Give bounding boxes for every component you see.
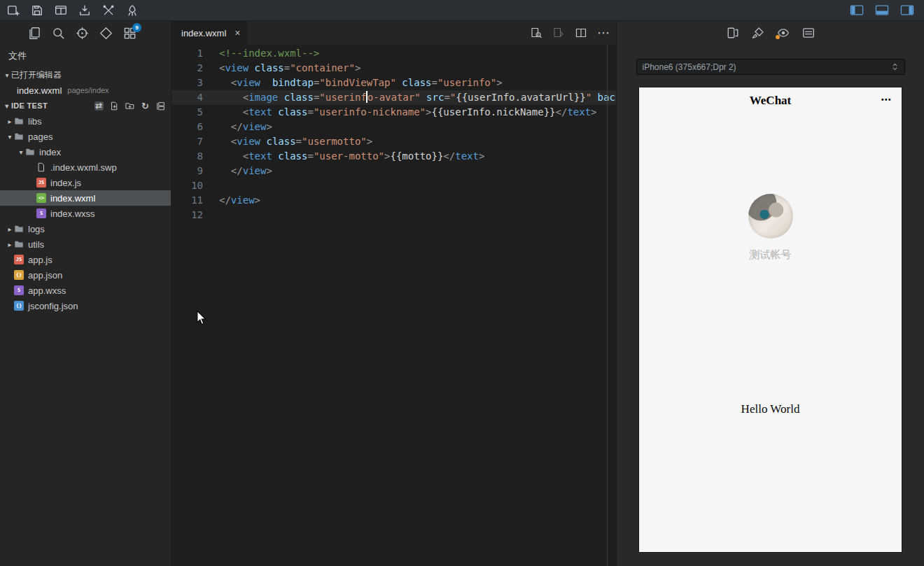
tree-item-index-wxml-swp[interactable]: .index.wxml.swp	[0, 160, 171, 175]
open-preview-icon[interactable]	[531, 27, 542, 38]
toggle-simulator-icon[interactable]	[900, 5, 914, 15]
tree-item-utils[interactable]: ▸utils	[0, 236, 171, 252]
code-text: <text class="user-motto">{{motto}}</text…	[203, 149, 484, 164]
extensions-icon[interactable]: 9	[123, 27, 136, 40]
folder-icon	[25, 147, 35, 157]
user-motto: Hello World	[639, 402, 902, 416]
code-lines: 1<!--index.wxml-->2<view class="containe…	[172, 46, 616, 222]
explorer-actions: ⇄↻	[94, 101, 165, 111]
tree-item-label: app.wxss	[28, 285, 66, 296]
toggle-panel-icon[interactable]	[875, 5, 889, 15]
sync-icon[interactable]: ⇄	[94, 101, 104, 111]
new-project-icon[interactable]	[7, 4, 20, 17]
tree-item-label: index.wxml	[50, 193, 95, 204]
line-number: 12	[172, 208, 203, 222]
file-tree: ▸libs▾pages▾index.index.wxml.swpJSindex.…	[0, 113, 171, 313]
file-icon-js: JS	[14, 255, 24, 264]
line-number: 4	[172, 90, 203, 105]
device-selector[interactable]: iPhone6 (375x667;Dpr 2)	[636, 59, 905, 75]
code-text: <image class="userinfo-avatar" src="{{us…	[203, 90, 616, 105]
line-number: 10	[172, 178, 203, 193]
code-text: </view>	[203, 193, 260, 208]
code-line[interactable]: 1<!--index.wxml-->	[172, 46, 616, 61]
chevron-right-icon: ▸	[6, 118, 14, 125]
chevron-right-icon: ▸	[6, 241, 14, 248]
user-avatar[interactable]	[748, 194, 793, 239]
code-line[interactable]: 9 </view>	[172, 164, 616, 178]
code-line[interactable]: 11</view>	[172, 193, 616, 208]
code-line[interactable]: 8 <text class="user-motto">{{motto}}</te…	[172, 149, 616, 164]
line-number: 8	[172, 149, 203, 164]
toolbar-left-icons	[0, 4, 139, 17]
split-editor-icon[interactable]	[575, 27, 587, 38]
tree-item-libs[interactable]: ▸libs	[0, 113, 171, 129]
select-arrows-icon	[891, 62, 899, 71]
collapse-all-icon[interactable]	[156, 101, 165, 111]
line-number: 6	[172, 120, 203, 134]
tree-item-pages[interactable]: ▾pages	[0, 129, 171, 144]
editor-scrollbar[interactable]	[607, 45, 616, 566]
refresh-icon[interactable]: ↻	[141, 101, 150, 111]
clear-icon[interactable]	[752, 27, 764, 39]
code-text: <view class="container">	[203, 61, 360, 76]
tree-item-app-wxss[interactable]: Sapp.wxss	[0, 283, 171, 298]
tab-index-wxml[interactable]: index.wxml ×	[172, 21, 247, 45]
tree-item-index-wxml[interactable]: <>index.wxml	[0, 190, 171, 206]
more-icon[interactable]: ⋯	[598, 27, 609, 38]
inspect-icon[interactable]	[777, 27, 790, 39]
tree-item-index-wxss[interactable]: Sindex.wxss	[0, 206, 171, 221]
code-line[interactable]: 7 <view class="usermotto">	[172, 134, 616, 149]
pages-icon[interactable]	[28, 27, 41, 40]
open-editor-item[interactable]: index.wxml pages/index	[0, 83, 171, 98]
file-icon-swp	[36, 162, 46, 172]
tree-item-index-js[interactable]: JSindex.js	[0, 175, 171, 190]
code-line[interactable]: 10	[172, 178, 616, 193]
tree-item-app-js[interactable]: JSapp.js	[0, 252, 171, 267]
download-icon[interactable]	[78, 4, 91, 17]
simulator-toolbar	[617, 21, 924, 45]
simulator-panel: iPhone6 (375x667;Dpr 2) WeChat ••• 测试帐号 …	[616, 21, 924, 566]
user-nickname[interactable]: 测试帐号	[639, 248, 902, 262]
chevron-down-icon: ▾	[17, 148, 25, 156]
search-icon[interactable]	[52, 27, 65, 40]
deploy-icon[interactable]	[126, 4, 139, 17]
code-area[interactable]: 1<!--index.wxml-->2<view class="containe…	[172, 45, 616, 566]
tree-item-logs[interactable]: ▸logs	[0, 221, 171, 236]
more-menu[interactable]: •••	[881, 96, 892, 104]
console-icon[interactable]	[802, 27, 815, 39]
code-line[interactable]: 2<view class="container">	[172, 61, 616, 76]
folder-icon	[14, 116, 24, 126]
window-preview-icon[interactable]	[55, 4, 67, 17]
new-file-icon[interactable]	[110, 101, 119, 111]
code-line[interactable]: 3 <view bindtap="bindViewTap" class="use…	[172, 76, 616, 90]
line-number: 7	[172, 134, 203, 149]
new-folder-icon[interactable]	[125, 101, 134, 111]
code-line[interactable]: 4 <image class="userinfo-avatar" src="{{…	[172, 90, 616, 105]
open-editors-header[interactable]: ▾ 已打开编辑器	[0, 67, 171, 83]
device-icon[interactable]	[727, 27, 739, 39]
tree-item-app-json[interactable]: {}app.json	[0, 267, 171, 283]
compare-icon[interactable]	[553, 27, 564, 38]
save-icon[interactable]	[31, 4, 43, 17]
code-line[interactable]: 6 </view>	[172, 120, 616, 134]
code-line[interactable]: 12	[172, 208, 616, 222]
close-icon[interactable]: ×	[234, 27, 240, 38]
scope-icon[interactable]	[76, 27, 89, 40]
file-icon-json: {}	[14, 270, 24, 280]
tab-label: index.wxml	[181, 28, 226, 38]
file-icon-wxss: S	[36, 208, 46, 218]
code-line[interactable]: 5 <text class="userinfo-nickname">{{user…	[172, 105, 616, 120]
files-label: 文件	[0, 45, 171, 67]
open-editors-label: 已打开编辑器	[11, 69, 62, 81]
phone-nav-bar: WeChat •••	[639, 87, 902, 114]
line-number: 2	[172, 61, 203, 76]
toggle-sidebar-icon[interactable]	[850, 5, 864, 15]
project-header[interactable]: ▾ IDE TEST ⇄↻	[0, 98, 171, 113]
tree-item-jsconfig-json[interactable]: {}jsconfig.json	[0, 298, 171, 313]
line-number: 5	[172, 105, 203, 120]
tree-item-label: index	[39, 147, 61, 157]
tree-item-index[interactable]: ▾index	[0, 144, 171, 160]
source-control-icon[interactable]	[99, 27, 113, 40]
tools-icon[interactable]	[102, 4, 115, 17]
chevron-down-icon: ▾	[6, 133, 14, 141]
